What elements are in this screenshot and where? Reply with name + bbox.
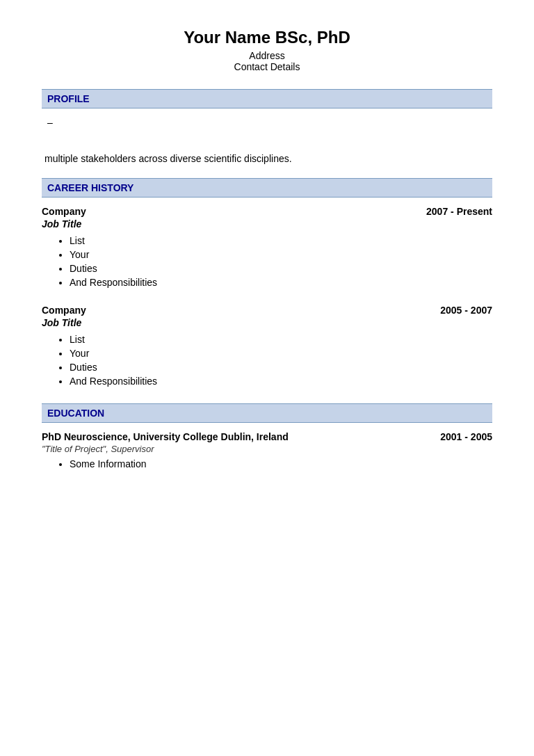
list-item: Duties [70, 362, 492, 373]
list-item: Your [70, 348, 492, 359]
career-row-2: Company 2005 - 2007 [42, 305, 492, 316]
education-entry-1: PhD Neuroscience, University College Dub… [42, 431, 492, 469]
list-item: Your [70, 249, 492, 260]
career-row-1: Company 2007 - Present [42, 206, 492, 217]
duties-list-2: List Your Duties And Responsibilities [70, 334, 492, 387]
career-entry-2: Company 2005 - 2007 Job Title List Your … [42, 305, 492, 387]
edu-row-1: PhD Neuroscience, University College Dub… [42, 431, 492, 442]
header-contact: Contact Details [42, 61, 492, 72]
career-history-section-header: CAREER HISTORY [42, 178, 492, 198]
date-range-2: 2005 - 2007 [440, 305, 492, 316]
duties-list-1: List Your Duties And Responsibilities [70, 235, 492, 288]
profile-body-text: multiple stakeholders across diverse sci… [42, 153, 492, 164]
resume-header: Your Name BSc, PhD Address Contact Detai… [42, 28, 492, 72]
company-name-2: Company [42, 305, 86, 316]
education-section: EDUCATION PhD Neuroscience, University C… [42, 403, 492, 469]
header-name: Your Name BSc, PhD [42, 28, 492, 47]
header-address: Address [42, 50, 492, 61]
education-section-header: EDUCATION [42, 403, 492, 423]
job-title-2: Job Title [42, 317, 492, 328]
list-item: List [70, 334, 492, 345]
company-name-1: Company [42, 206, 86, 217]
edu-subtitle-1: "Title of Project", Supervisor [42, 444, 492, 454]
date-range-1: 2007 - Present [426, 206, 492, 217]
edu-items-1: Some Information [70, 458, 492, 469]
edu-title-1: PhD Neuroscience, University College Dub… [42, 431, 289, 442]
profile-cursor: – [47, 117, 492, 128]
profile-section: PROFILE – multiple stakeholders across d… [42, 89, 492, 164]
list-item: List [70, 235, 492, 246]
career-entry-1: Company 2007 - Present Job Title List Yo… [42, 206, 492, 288]
career-history-section: CAREER HISTORY Company 2007 - Present Jo… [42, 178, 492, 387]
list-item: Some Information [70, 458, 492, 469]
list-item: And Responsibilities [70, 277, 492, 288]
list-item: And Responsibilities [70, 376, 492, 387]
job-title-1: Job Title [42, 218, 492, 230]
edu-date-1: 2001 - 2005 [440, 431, 492, 442]
list-item: Duties [70, 263, 492, 274]
profile-section-header: PROFILE [42, 89, 492, 108]
